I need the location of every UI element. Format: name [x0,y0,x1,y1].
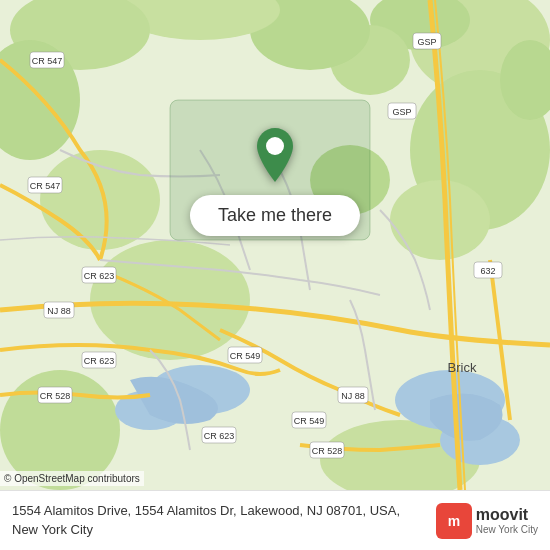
svg-text:CR 528: CR 528 [312,446,343,456]
svg-text:CR 547: CR 547 [30,181,61,191]
svg-text:NJ 88: NJ 88 [47,306,71,316]
svg-point-11 [390,180,490,260]
map-background: CR 547 CR 547 NJ 88 NJ 88 CR 528 CR 528 … [0,0,550,490]
svg-text:m: m [448,513,460,529]
svg-point-50 [266,137,284,155]
svg-text:Brick: Brick [448,360,477,375]
moovit-subtitle: New York City [476,524,538,535]
svg-text:632: 632 [480,266,495,276]
svg-point-8 [40,150,160,250]
moovit-icon: m [436,503,472,539]
svg-text:CR 549: CR 549 [294,416,325,426]
svg-text:CR 528: CR 528 [40,391,71,401]
take-me-there-button[interactable]: Take me there [190,195,360,236]
svg-text:CR 623: CR 623 [84,356,115,366]
bottom-bar: 1554 Alamitos Drive, 1554 Alamitos Dr, L… [0,490,550,550]
svg-text:GSP: GSP [392,107,411,117]
svg-text:CR 549: CR 549 [230,351,261,361]
moovit-text-container: moovit New York City [476,506,538,535]
svg-text:CR 547: CR 547 [32,56,63,66]
moovit-brand-name: moovit [476,506,538,524]
svg-text:CR 623: CR 623 [204,431,235,441]
svg-text:CR 623: CR 623 [84,271,115,281]
map-container: CR 547 CR 547 NJ 88 NJ 88 CR 528 CR 528 … [0,0,550,490]
svg-text:GSP: GSP [417,37,436,47]
attribution-text: © OpenStreetMap contributors [4,473,140,484]
moovit-logo[interactable]: m moovit New York City [436,503,538,539]
map-attribution: © OpenStreetMap contributors [0,471,144,486]
svg-point-13 [90,240,250,360]
map-pin [251,128,299,192]
address-text: 1554 Alamitos Drive, 1554 Alamitos Dr, L… [12,502,428,538]
svg-text:NJ 88: NJ 88 [341,391,365,401]
